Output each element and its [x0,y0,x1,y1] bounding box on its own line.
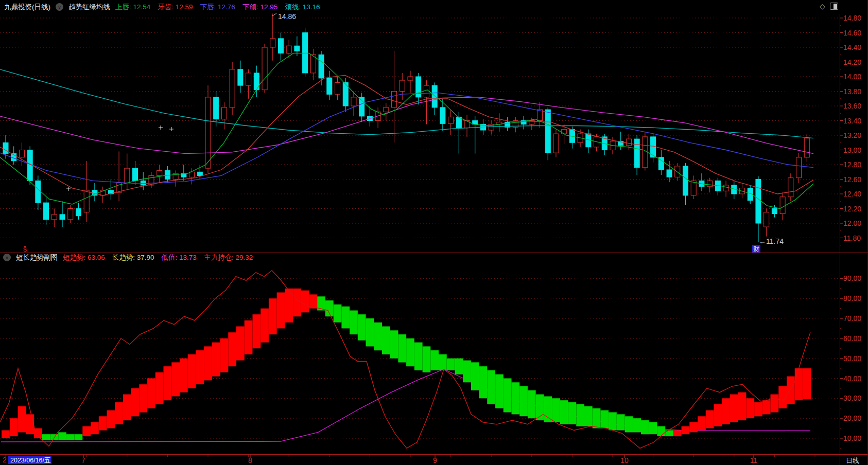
month-label: 7 [81,456,85,464]
svg-text:12.60: 12.60 [843,175,861,184]
svg-text:10.00: 10.00 [843,434,861,442]
ma-legend-item-4: 颈线: 13.16 [285,3,320,11]
svg-text:14.40: 14.40 [843,43,861,51]
svg-text:14.00: 14.00 [843,73,861,81]
ma-legend-item-3: 下颌: 12.95 [242,3,277,11]
svg-text:财: 财 [753,245,759,253]
sub-indicator-plot [0,271,811,449]
plus-markers [66,126,173,191]
svg-text:13.60: 13.60 [843,102,861,110]
svg-text:70.00: 70.00 [843,314,861,323]
svg-text:12.00: 12.00 [843,219,861,227]
split-window-icon[interactable] [830,3,838,10]
svg-text:90.00: 90.00 [843,274,861,282]
svg-text:14.60: 14.60 [843,29,861,37]
month-label: 11 [750,456,758,464]
ma-legend-item-2: 下唇: 12.76 [200,3,235,11]
month-label: 10 [620,456,629,464]
sub-legend: 短趋势: 63.06长趋势: 37.90低值: 13.73主力持仓: 29.32 [63,253,260,262]
sub-legend-item-1: 长趋势: 37.90 [112,254,154,261]
svg-text:40.00: 40.00 [843,374,861,383]
sub-indicator-name[interactable]: 短长趋势副图 [16,253,58,262]
candles-group [3,14,809,243]
chart-canvas[interactable]: 14.8014.6014.4014.2014.0013.8013.6013.40… [0,0,868,465]
date-axis[interactable]: 789101122023/06/16/五日线 [3,455,859,464]
svg-text:12.40: 12.40 [843,190,861,198]
clipped-month-label: 2 [3,456,7,464]
main-chart-header: 九鼎投资(日线) ∨ 趋势红绿均线 上唇: 12.54牙齿: 12.59下唇: … [0,0,327,14]
corner-icons: ◇ [820,3,838,10]
ma-legend-item-1: 牙齿: 12.59 [158,3,193,11]
svg-text:50.00: 50.00 [843,354,861,363]
svg-text:14.80: 14.80 [843,14,861,22]
sub-legend-item-3: 主力持仓: 29.32 [204,254,253,261]
selected-date-label: 2023/06/16/五 [10,457,51,464]
svg-text:20.00: 20.00 [843,414,861,422]
sub-legend-item-2: 低值: 13.73 [162,254,197,261]
svg-text:13.80: 13.80 [843,87,861,96]
subchart-header: ∨ 短长趋势副图 短趋势: 63.06长趋势: 37.90低值: 13.73主力… [0,253,260,262]
main-grid: 14.8014.6014.4014.2014.0013.8013.6013.40… [0,14,861,245]
svg-text:60.00: 60.00 [843,334,861,343]
chevron-down-icon[interactable]: ∨ [3,254,11,261]
svg-text:13.40: 13.40 [843,117,861,125]
month-label: 8 [248,456,252,464]
sub-legend-item-0: 短趋势: 63.06 [63,254,105,261]
svg-text:ŝ: ŝ [23,245,27,253]
chevron-down-icon[interactable]: ∨ [56,3,63,11]
svg-text:30.00: 30.00 [843,394,861,402]
svg-text:13.00: 13.00 [843,146,861,154]
svg-text:11.80: 11.80 [843,234,861,242]
svg-text:12.20: 12.20 [843,205,861,213]
ma-legend: 上唇: 12.54牙齿: 12.59下唇: 12.76下颌: 12.95颈线: … [115,3,327,12]
trading-terminal-window: 九鼎投资(日线) ∨ 趋势红绿均线 上唇: 12.54牙齿: 12.59下唇: … [0,0,868,465]
svg-text:12.80: 12.80 [843,160,861,169]
diamond-icon[interactable]: ◇ [820,3,825,10]
svg-text:80.00: 80.00 [843,294,861,302]
stock-title[interactable]: 九鼎投资(日线) [4,3,50,12]
svg-text:14.20: 14.20 [843,58,861,66]
period-label[interactable]: 日线 [846,457,859,464]
month-label: 9 [433,456,437,464]
main-indicator-name[interactable]: 趋势红绿均线 [68,3,110,12]
svg-text:←11.74: ←11.74 [759,237,784,245]
svg-text:13.20: 13.20 [843,131,861,139]
ma-legend-item-0: 上唇: 12.54 [115,3,150,11]
